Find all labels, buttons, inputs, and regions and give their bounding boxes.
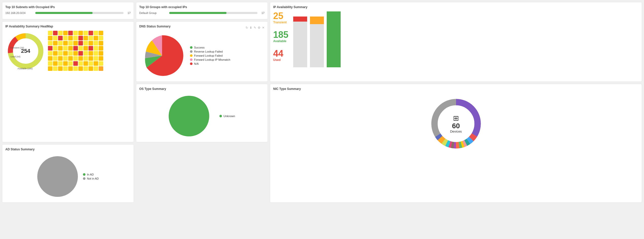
heatmap-cell-85 [89, 66, 93, 71]
in-ad-label: In AD [87, 173, 94, 176]
nic-donut: ⊞ 60 Devices [428, 96, 484, 152]
ad-content: In AD Not in AD [5, 154, 131, 199]
dns-legend: Success Reverse Lookup Failed Forward Lo… [190, 46, 230, 65]
subnets-card: Top 10 Subnets with Occupied IPs 192.168… [2, 2, 134, 19]
dns-legend-forward-mismatch: Forward Lookup IP Mismatch [190, 58, 230, 61]
ad-card: AD Status Summary In AD Not in AD [2, 144, 134, 203]
heatmap-cell-15 [68, 36, 73, 40]
heatmap-cell-69 [63, 61, 68, 66]
heatmap-cell-53 [94, 51, 98, 56]
dns-card-header: DNS Status Summary ↻ ⬇ ✎ ⚙ ✕ [139, 25, 265, 31]
dns-content: Success Reverse Lookup Failed Forward Lo… [139, 33, 265, 78]
heatmap-cell-50 [78, 51, 83, 56]
group-bar-row: Default Group 17 [139, 11, 265, 14]
heatmap-cell-25 [63, 41, 68, 45]
heatmap-cell-66 [48, 61, 53, 66]
group-label: Default Group [139, 11, 167, 14]
na-dot [190, 62, 193, 65]
heatmap-cell-46 [58, 51, 63, 56]
heatmap-center-value: 254 [21, 48, 30, 54]
heatmap-cell-26 [68, 41, 73, 45]
heatmap-cell-43 [99, 46, 103, 51]
nic-card: NIC Type Summary [270, 84, 642, 203]
heatmap-cell-0 [48, 31, 53, 35]
heatmap-cell-82 [73, 66, 78, 71]
used-label: Used [273, 58, 288, 62]
ip-avail-summary-title: IP Availability Summary [273, 5, 639, 9]
dns-legend-na: N/A [190, 62, 230, 65]
dns-card-icons: ↻ ⬇ ✎ ⚙ ✕ [246, 26, 265, 29]
heatmap-cell-49 [73, 51, 78, 56]
heatmap-cell-55 [48, 56, 53, 61]
heatmap-cell-71 [73, 61, 78, 66]
subnet-bar-row: 192.168.20.0/24 17 [5, 11, 131, 14]
os-title: OS Type Summary [139, 87, 265, 91]
groups-title: Top 10 Groups with occupied IPs [139, 5, 265, 9]
heatmap-cell-5 [73, 31, 78, 35]
heatmap-cell-44 [48, 51, 53, 56]
heatmap-cell-42 [94, 46, 98, 51]
subnet-label: 192.168.20.0/24 [5, 11, 33, 14]
refresh-icon[interactable]: ↻ [246, 26, 248, 29]
heatmap-cell-30 [89, 41, 93, 45]
heatmap-cell-68 [58, 61, 63, 66]
unknown-label: Unknown [223, 115, 235, 118]
heatmap-cell-28 [78, 41, 83, 45]
unknown-dot [219, 115, 222, 117]
heatmap-cell-20 [94, 36, 98, 40]
heatmap-cell-2 [58, 31, 63, 35]
heatmap-cell-27 [73, 41, 78, 45]
heatmap-cell-76 [99, 61, 103, 66]
heatmap-cell-12 [53, 36, 58, 40]
heatmap-cell-56 [53, 56, 58, 61]
not-in-ad-dot [83, 177, 85, 180]
dns-legend-reverse-failed: Reverse Lookup Failed [190, 50, 230, 53]
heatmap-cell-87 [99, 66, 103, 71]
heatmap-cell-67 [53, 61, 58, 66]
settings-icon[interactable]: ⚙ [258, 26, 260, 29]
dns-title: DNS Status Summary [139, 25, 170, 28]
heatmap-cell-52 [89, 51, 93, 56]
nic-devices-num: 60 [450, 122, 462, 130]
ip-avail-summary-card: IP Availability Summary 25 Transient 185… [270, 2, 642, 82]
heatmap-cell-3 [63, 31, 68, 35]
available-label: Available [273, 39, 288, 43]
svg-text:Used (44): Used (44) [10, 55, 21, 58]
heatmap-cell-40 [83, 46, 88, 51]
heatmap-cell-78 [53, 66, 58, 71]
heatmap-cell-60 [73, 56, 78, 61]
forward-failed-dot [190, 54, 193, 57]
heatmap-cell-45 [53, 51, 58, 56]
heatmap-cell-11 [48, 36, 53, 40]
download-icon[interactable]: ⬇ [250, 26, 252, 29]
heatmap-cell-51 [83, 51, 88, 56]
heatmap-cell-33 [48, 46, 53, 51]
edit-icon[interactable]: ✎ [254, 26, 256, 29]
transient-label: Transient [273, 21, 288, 24]
heatmap-cell-41 [89, 46, 93, 51]
nic-center: ⊞ 60 Devices [450, 114, 462, 133]
heatmap-content: Available (185) Used (44) Transient (25)… [5, 31, 131, 71]
available-stat: 185 Available [273, 30, 288, 43]
in-ad-dot [83, 173, 85, 176]
heatmap-cell-7 [83, 31, 88, 35]
not-in-ad-label: Not in AD [87, 177, 99, 180]
dns-legend-success: Success [190, 46, 230, 49]
ad-legend-in-ad: In AD [83, 173, 99, 176]
heatmap-cell-57 [58, 56, 63, 61]
heatmap-cell-48 [68, 51, 73, 56]
network-icon: ⊞ [450, 114, 462, 122]
ad-legend-not-in-ad: Not in AD [83, 177, 99, 180]
heatmap-cell-61 [78, 56, 83, 61]
heatmap-cell-34 [53, 46, 58, 51]
heatmap-cell-1 [53, 31, 58, 35]
ip-bar-1 [292, 11, 308, 67]
heatmap-cell-79 [58, 66, 63, 71]
close-icon[interactable]: ✕ [262, 26, 265, 29]
heatmap-cell-80 [63, 66, 68, 71]
groups-card: Top 10 Groups with occupied IPs Default … [136, 2, 268, 19]
transient-stat: 25 Transient [273, 11, 288, 24]
forward-mismatch-dot [190, 58, 193, 61]
heatmap-cell-23 [53, 41, 58, 45]
heatmap-card: IP Availability Summary HeatMap Availabl… [2, 21, 134, 142]
